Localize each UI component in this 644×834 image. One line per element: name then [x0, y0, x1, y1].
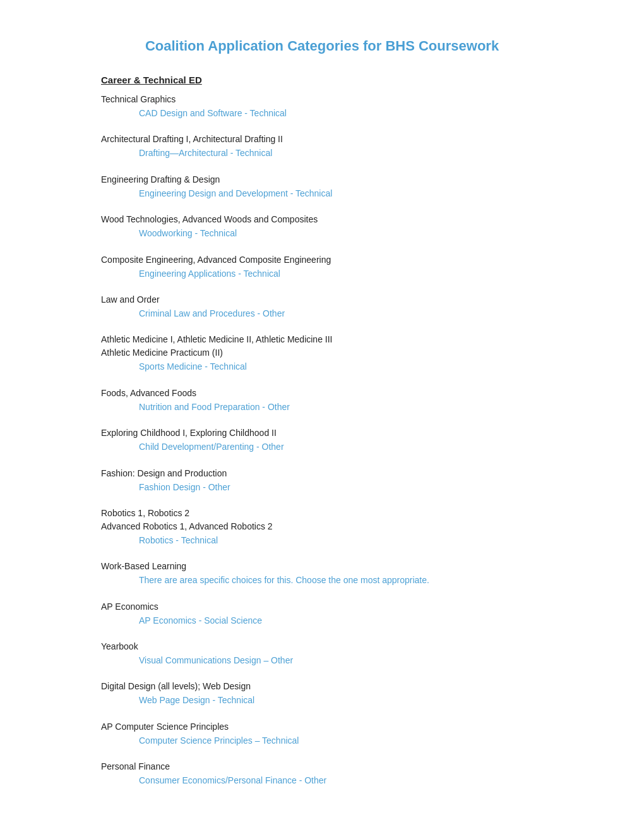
- list-item: Composite Engineering, Advanced Composit…: [101, 253, 543, 281]
- course-name: Composite Engineering, Advanced Composit…: [101, 253, 543, 267]
- course-name: AP Computer Science Principles: [101, 720, 543, 734]
- page-title: Coalition Application Categories for BHS…: [101, 38, 543, 54]
- category-link: AP Economics - Social Science: [101, 613, 543, 627]
- section-heading: Career & Technical ED: [101, 75, 543, 85]
- list-item: Engineering Drafting & DesignEngineering…: [101, 173, 543, 200]
- category-link: Engineering Applications - Technical: [101, 267, 543, 281]
- category-link: Nutrition and Food Preparation - Other: [101, 400, 543, 414]
- course-name: Fashion: Design and Production: [101, 467, 543, 480]
- category-link: Sports Medicine - Technical: [101, 360, 543, 373]
- list-item: AP Computer Science PrinciplesComputer S…: [101, 720, 543, 747]
- category-link: Web Page Design - Technical: [101, 693, 543, 707]
- category-link: Engineering Design and Development - Tec…: [101, 186, 543, 200]
- list-item: Work-Based LearningThere are area specif…: [101, 560, 543, 587]
- course-name: Foods, Advanced Foods: [101, 387, 543, 400]
- category-link: Drafting—Architectural - Technical: [101, 146, 543, 160]
- category-link: Robotics - Technical: [101, 533, 543, 547]
- course-name: Robotics 1, Robotics 2 Advanced Robotics…: [101, 507, 543, 533]
- course-name: Yearbook: [101, 640, 543, 653]
- list-item: Foods, Advanced FoodsNutrition and Food …: [101, 387, 543, 414]
- list-item: Personal FinanceConsumer Economics/Perso…: [101, 760, 543, 787]
- list-item: Athletic Medicine I, Athletic Medicine I…: [101, 333, 543, 373]
- course-name: Technical Graphics: [101, 93, 543, 106]
- list-item: Fashion: Design and ProductionFashion De…: [101, 467, 543, 494]
- list-item: AP EconomicsAP Economics - Social Scienc…: [101, 600, 543, 627]
- course-name: AP Economics: [101, 600, 543, 613]
- course-name: Athletic Medicine I, Athletic Medicine I…: [101, 333, 543, 360]
- category-link: Visual Communications Design – Other: [101, 653, 543, 667]
- category-link: Fashion Design - Other: [101, 480, 543, 494]
- course-name: Digital Design (all levels); Web Design: [101, 680, 543, 693]
- list-item: Technical GraphicsCAD Design and Softwar…: [101, 93, 543, 120]
- list-item: Digital Design (all levels); Web DesignW…: [101, 680, 543, 707]
- list-item: Architectural Drafting I, Architectural …: [101, 133, 543, 160]
- category-link: Criminal Law and Procedures - Other: [101, 306, 543, 320]
- list-item: YearbookVisual Communications Design – O…: [101, 640, 543, 667]
- course-name: Engineering Drafting & Design: [101, 173, 543, 186]
- course-name: Work-Based Learning: [101, 560, 543, 573]
- category-link: Consumer Economics/Personal Finance - Ot…: [101, 773, 543, 787]
- course-name: Architectural Drafting I, Architectural …: [101, 133, 543, 146]
- course-name: Wood Technologies, Advanced Woods and Co…: [101, 213, 543, 226]
- category-link: Computer Science Principles – Technical: [101, 734, 543, 747]
- course-name: Exploring Childhood I, Exploring Childho…: [101, 426, 543, 440]
- category-link: Woodworking - Technical: [101, 226, 543, 240]
- course-name: Law and Order: [101, 293, 543, 306]
- list-item: Exploring Childhood I, Exploring Childho…: [101, 426, 543, 454]
- course-name: Personal Finance: [101, 760, 543, 773]
- list-item: Wood Technologies, Advanced Woods and Co…: [101, 213, 543, 240]
- list-item: Law and OrderCriminal Law and Procedures…: [101, 293, 543, 320]
- category-link: CAD Design and Software - Technical: [101, 106, 543, 120]
- category-link: There are area specific choices for this…: [101, 573, 543, 587]
- list-item: Robotics 1, Robotics 2 Advanced Robotics…: [101, 507, 543, 547]
- category-link: Child Development/Parenting - Other: [101, 440, 543, 454]
